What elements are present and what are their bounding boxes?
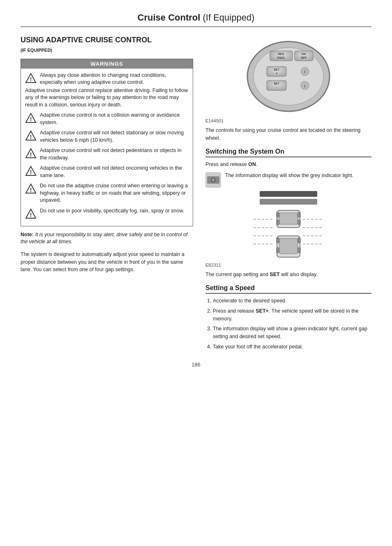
svg-rect-51 <box>276 219 279 225</box>
steering-wheel-image: RES CNCL ON OFF SET + ⇕ SET - <box>241 35 336 115</box>
step-1: Accelerate to the desired speed. <box>213 297 371 305</box>
gap-bar-2 <box>260 199 317 205</box>
warning-icon-4: ! <box>25 165 37 177</box>
svg-text:-: - <box>276 85 277 89</box>
switch-on-heading: Switching the System On <box>205 148 371 157</box>
svg-point-36 <box>212 179 214 181</box>
section-subheading: (IF EQUIPPED) <box>21 48 52 53</box>
gap-text-post: will also display. <box>280 272 318 277</box>
warning-item-4: ! Adaptive cruise control will not detec… <box>25 165 189 179</box>
svg-text:RES: RES <box>278 53 284 55</box>
gap-text-pre: The current gap setting and <box>205 272 270 277</box>
step-4: Take your foot off the accelerator pedal… <box>213 343 371 351</box>
warning-icon-1: ! <box>25 112 37 124</box>
step-2: Press and release SET+. The vehicle spee… <box>213 307 371 323</box>
gap-bar-1 <box>260 191 317 197</box>
body-text: The system is designed to automatically … <box>21 251 193 274</box>
warning-item-2: ! Adaptive cruise control will not detec… <box>25 129 189 144</box>
svg-text:!: ! <box>30 76 32 83</box>
warning-icon-5: ! <box>25 183 37 194</box>
image-caption-2: E82311 <box>205 263 371 267</box>
page-number: 186 <box>21 362 371 368</box>
svg-text:SET: SET <box>274 68 279 71</box>
step-4-text: Take your foot off the accelerator pedal… <box>213 344 303 350</box>
step-3-text: The information display will show a gree… <box>213 326 367 339</box>
page-title-bold: Cruise Control <box>138 12 201 23</box>
warning-text-5: Do not use the adaptive cruise control w… <box>40 182 189 204</box>
warning-item-intro: ! Always pay close attention to changing… <box>25 72 189 86</box>
switch-on-pre: Press and release <box>205 161 248 167</box>
svg-rect-54 <box>297 237 301 243</box>
svg-text:!: ! <box>30 151 32 158</box>
warnings-box: WARNINGS ! Always pay close attention to… <box>21 59 193 226</box>
warnings-content: ! Always pay close attention to changing… <box>21 69 193 226</box>
warning-intro-text: Always pay close attention to changing r… <box>40 72 189 86</box>
gap-text-bold: SET <box>270 272 279 277</box>
warning-icon-3: ! <box>25 147 37 159</box>
note-section: Note: It is your responsibility to stay … <box>21 231 193 246</box>
switch-on-bold: ON <box>248 161 256 167</box>
warning-icon-0: ! <box>25 72 37 84</box>
svg-text:CNCL: CNCL <box>277 56 285 59</box>
warning-text-4: Adaptive cruise control will not detect … <box>40 165 189 179</box>
setting-speed-heading: Setting a Speed <box>205 284 371 294</box>
warning-text-3: Adaptive cruise control will not detect … <box>40 147 189 161</box>
svg-rect-46 <box>279 213 297 224</box>
svg-rect-52 <box>297 219 301 225</box>
svg-text:!: ! <box>30 187 32 193</box>
step-3: The information display will show a gree… <box>213 325 371 341</box>
step-1-text: Accelerate to the desired speed. <box>213 298 286 304</box>
steering-wheel-image-container: RES CNCL ON OFF SET + ⇕ SET - <box>205 35 371 117</box>
section-heading-text: USING ADAPTIVE CRUISE CONTROL <box>21 36 152 44</box>
svg-text:+: + <box>276 71 278 75</box>
svg-text:!: ! <box>30 169 32 175</box>
svg-rect-53 <box>276 237 279 243</box>
svg-text:!: ! <box>30 212 32 218</box>
left-column: USING ADAPTIVE CRUISE CONTROL (IF EQUIPP… <box>21 35 193 353</box>
warnings-title: WARNINGS <box>21 59 193 69</box>
svg-rect-49 <box>276 212 279 218</box>
car-diagram <box>251 207 325 260</box>
warning-icon-6: ! <box>25 208 37 219</box>
image-caption-1: E144501 <box>205 118 371 123</box>
right-column: RES CNCL ON OFF SET + ⇕ SET - <box>205 35 371 353</box>
warning-intro-continuation: Adaptive cruise control cannot replace a… <box>25 87 189 109</box>
warning-item-5: ! Do not use the adaptive cruise control… <box>25 182 189 204</box>
svg-rect-48 <box>279 238 297 254</box>
main-content: USING ADAPTIVE CRUISE CONTROL (IF EQUIPP… <box>21 35 371 353</box>
note-text: It is your responsibility to stay alert,… <box>21 232 187 245</box>
info-display-text: The information display will show the gr… <box>225 172 371 180</box>
svg-rect-56 <box>297 247 301 253</box>
svg-text:!: ! <box>30 134 32 140</box>
page-container: Cruise Control (If Equipped) USING ADAPT… <box>0 0 392 546</box>
warning-text-2: Adaptive cruise control will not detect … <box>40 129 189 144</box>
warning-item-1: ! Adaptive cruise control is not a colli… <box>25 112 189 126</box>
svg-text:ON: ON <box>302 53 306 55</box>
svg-text:!: ! <box>30 116 32 122</box>
warning-icon-2: ! <box>25 130 37 141</box>
warning-text-6: Do not use in poor visibility, specifica… <box>40 207 189 215</box>
svg-text:⇕: ⇕ <box>303 70 307 74</box>
svg-text:SET: SET <box>274 82 279 85</box>
section-heading: USING ADAPTIVE CRUISE CONTROL (IF EQUIPP… <box>21 35 193 55</box>
gap-display <box>205 191 371 260</box>
warning-item-3: ! Adaptive cruise control will not detec… <box>25 147 189 161</box>
info-display-icon <box>205 172 221 188</box>
gap-text: The current gap setting and SET will als… <box>205 271 371 279</box>
svg-text:⇕: ⇕ <box>303 84 307 88</box>
svg-rect-55 <box>276 247 279 253</box>
page-title: Cruise Control (If Equipped) <box>21 12 371 23</box>
controls-text: The controls for using your cruise contr… <box>205 127 371 142</box>
switch-on-post: . <box>256 161 257 167</box>
svg-rect-50 <box>297 212 301 218</box>
page-title-normal: (If Equipped) <box>200 12 254 23</box>
warning-item-6: ! Do not use in poor visibility, specifi… <box>25 207 189 219</box>
page-header: Cruise Control (If Equipped) <box>21 12 371 27</box>
info-display-item: The information display will show the gr… <box>205 172 371 188</box>
switch-on-text: Press and release ON. <box>205 161 371 168</box>
setting-speed-list: Accelerate to the desired speed. Press a… <box>205 297 371 351</box>
svg-text:OFF: OFF <box>301 56 307 59</box>
warning-text-1: Adaptive cruise control is not a collisi… <box>40 112 189 126</box>
note-label: Note: <box>21 232 34 237</box>
